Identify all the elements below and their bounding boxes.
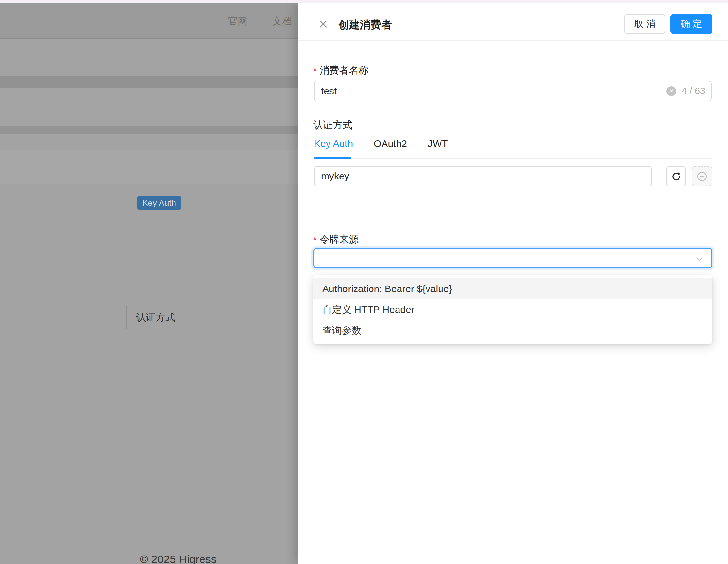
drawer-title: 创建消费者 [338,18,392,32]
consumer-name-label: 消费者名称 [320,64,369,77]
key-auth-tag: Key Auth [137,196,181,210]
key-value-input[interactable] [315,171,651,182]
token-source-label: 令牌来源 [320,233,359,246]
create-consumer-drawer: 创建消费者 取 消 确 定 * 消费者名称 ✕ 4 / 63 认证方式 Key … [298,3,728,564]
nav-item-docs[interactable]: 文档 [273,3,292,39]
refresh-icon [671,171,682,182]
top-accent-bar [0,0,728,3]
option-custom-http-header[interactable]: 自定义 HTTP Header [313,299,712,320]
option-authorization-bearer[interactable]: Authorization: Bearer ${value} [313,278,712,299]
key-value-field [314,166,652,186]
consumer-name-label-row: * 消费者名称 [313,64,369,77]
auth-method-label: 认证方式 [313,119,352,132]
consumer-name-input[interactable] [315,86,666,97]
required-mark: * [313,234,317,246]
confirm-button[interactable]: 确 定 [670,14,712,34]
remove-key-button[interactable] [692,166,712,186]
auth-method-label-row: 认证方式 [313,119,352,132]
char-counter: 4 / 63 [681,86,705,96]
cancel-button[interactable]: 取 消 [624,14,665,34]
token-source-label-row: * 令牌来源 [313,233,359,246]
close-icon[interactable] [318,19,329,29]
regenerate-key-button[interactable] [666,166,686,186]
bg-column-divider [126,306,127,329]
footer-copyright: © 2025 Higress [140,553,217,564]
tab-jwt[interactable]: JWT [428,133,448,158]
nav-item-website[interactable]: 官网 [228,3,247,39]
auth-method-tabbar: Key Auth OAuth2 JWT [314,133,712,159]
token-source-dropdown: Authorization: Bearer ${value} 自定义 HTTP … [313,275,712,344]
clear-input-icon[interactable]: ✕ [666,86,676,96]
token-source-select[interactable] [313,248,712,268]
drawer-header: 创建消费者 取 消 确 定 [298,3,728,41]
chevron-down-icon [694,254,705,265]
required-mark: * [313,65,317,77]
tab-oauth2[interactable]: OAuth2 [374,133,407,158]
bg-auth-column-header: 认证方式 [136,311,175,324]
consumer-name-field: ✕ 4 / 63 [314,81,712,101]
tab-key-auth[interactable]: Key Auth [314,133,353,158]
option-query-parameter[interactable]: 查询参数 [313,320,712,341]
active-tab-indicator [314,157,351,159]
minus-circle-icon [696,171,708,182]
